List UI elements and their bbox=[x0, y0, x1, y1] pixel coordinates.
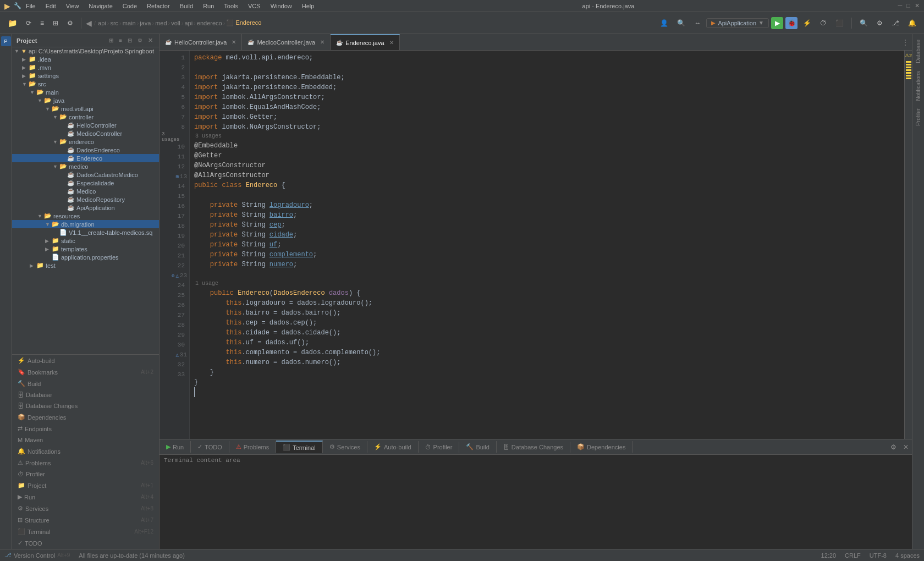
tool-bookmarks[interactable]: 🔖 Bookmarks Alt+2 bbox=[12, 366, 159, 378]
menu-file[interactable]: File bbox=[21, 2, 40, 10]
warning-marker-5[interactable] bbox=[906, 72, 911, 74]
warning-marker-7[interactable] bbox=[906, 78, 911, 79]
menu-view[interactable]: View bbox=[62, 2, 84, 10]
tab-close-medico-ctrl[interactable]: ✕ bbox=[320, 39, 324, 45]
tool-database[interactable]: 🗄 Database bbox=[12, 389, 159, 400]
tree-medico[interactable]: ▶ ☕ Medico bbox=[12, 187, 159, 195]
tree-api-application[interactable]: ▶ ☕ ApiApplication bbox=[12, 204, 159, 212]
tab-endereco[interactable]: ☕ Endereco.java ✕ bbox=[331, 34, 399, 51]
menu-tools[interactable]: Tools bbox=[219, 2, 243, 10]
notifications-btn[interactable]: 🔔 bbox=[905, 17, 920, 29]
warning-marker-3[interactable] bbox=[906, 67, 911, 68]
tree-dados-endereco[interactable]: ▶ ☕ DadosEndereco bbox=[12, 146, 159, 154]
tree-mvn[interactable]: ▶ 📁 .mvn bbox=[12, 63, 159, 72]
tree-templates[interactable]: ▶ 📁 templates bbox=[12, 245, 159, 253]
bottom-tab-build[interactable]: 🔨 Build bbox=[459, 441, 496, 453]
tool-autobuild[interactable]: ⚡ Auto-build bbox=[12, 355, 159, 366]
tree-hello-controller[interactable]: ▶ ☕ HelloController bbox=[12, 121, 159, 129]
tree-endereco-folder[interactable]: ▼ 📂 endereco bbox=[12, 138, 159, 146]
stop-btn[interactable]: ⬛ bbox=[832, 17, 847, 29]
menu-edit[interactable]: Edit bbox=[41, 2, 61, 10]
bottom-tab-run[interactable]: ▶ Run bbox=[160, 441, 191, 453]
tab-close-hello[interactable]: ✕ bbox=[232, 39, 236, 45]
tree-root[interactable]: ▼ ▼ api C:\Users\matts\Desktop\Projeto S… bbox=[12, 47, 159, 55]
bottom-tab-problems[interactable]: ⚠ Problems bbox=[229, 441, 276, 453]
status-encoding[interactable]: UTF-8 bbox=[870, 552, 887, 559]
vcs-status[interactable]: ⎇ Version Control Alt+9 bbox=[4, 552, 70, 559]
tree-med-voll-api[interactable]: ▼ 📂 med.voll.api bbox=[12, 105, 159, 113]
warning-marker-6[interactable] bbox=[906, 75, 911, 76]
menu-code[interactable]: Code bbox=[118, 2, 141, 10]
tree-app-properties[interactable]: ▶ 📄 application.properties bbox=[12, 253, 159, 261]
tree-static[interactable]: ▶ 📁 static bbox=[12, 237, 159, 245]
tool-maven[interactable]: M Maven bbox=[12, 435, 159, 446]
search-btn[interactable]: 🔍 bbox=[674, 17, 689, 29]
tab-medico-controller[interactable]: ☕ MedicoController.java ✕ bbox=[242, 34, 331, 51]
menu-window[interactable]: Window bbox=[266, 2, 296, 10]
toolbar-settings-btn[interactable]: ⚙ bbox=[64, 17, 76, 29]
tree-main[interactable]: ▼ 📂 main bbox=[12, 88, 159, 96]
tree-java[interactable]: ▼ 📂 java bbox=[12, 96, 159, 105]
code-content[interactable]: package med.voll.api.endereco; import ja… bbox=[190, 51, 904, 439]
breadcrumb-back[interactable]: ◀ bbox=[86, 19, 92, 28]
breadcrumb-api[interactable]: api bbox=[98, 20, 106, 26]
tool-structure[interactable]: ⊞ Structure Alt+7 bbox=[12, 514, 159, 526]
tree-v1-sql[interactable]: ▶ 📄 V1.1__create-table-medicos.sq bbox=[12, 228, 159, 237]
warning-marker-1[interactable] bbox=[906, 61, 911, 63]
bottom-tab-dependencies[interactable]: 📦 Dependencies bbox=[570, 441, 632, 453]
close-btn[interactable]: ✕ bbox=[915, 2, 920, 9]
tab-menu-btn[interactable]: ⋮ bbox=[899, 38, 912, 46]
tool-endpoints[interactable]: ⇄ Endpoints bbox=[12, 423, 159, 435]
run-btn[interactable]: ▶ bbox=[771, 17, 783, 29]
breadcrumb-src[interactable]: src bbox=[110, 20, 118, 26]
status-indent[interactable]: 4 spaces bbox=[895, 552, 920, 559]
tool-terminal[interactable]: ⬛ Terminal Alt+F12 bbox=[12, 526, 159, 537]
tool-profiler[interactable]: ⏱ Profiler bbox=[12, 469, 159, 480]
tree-dados-cadastro[interactable]: ▶ ☕ DadosCadastroMedico bbox=[12, 170, 159, 179]
breadcrumb-api2[interactable]: api bbox=[184, 20, 193, 26]
tree-db-migration[interactable]: ▼ 📂 db.migration bbox=[12, 220, 159, 228]
menu-vcs[interactable]: VCS bbox=[244, 2, 265, 10]
toolbar-sync-btn[interactable]: ⟳ bbox=[23, 17, 35, 29]
profile-btn[interactable]: 👤 bbox=[657, 17, 672, 29]
menu-help[interactable]: Help bbox=[298, 2, 319, 10]
maximize-btn[interactable]: □ bbox=[906, 2, 910, 9]
tree-controller[interactable]: ▼ 📂 controller bbox=[12, 113, 159, 121]
tree-especialidade[interactable]: ▶ ☕ Especialidade bbox=[12, 179, 159, 187]
menu-navigate[interactable]: Navigate bbox=[84, 2, 117, 10]
toolbar-filter-btn[interactable]: ⊞ bbox=[50, 17, 62, 29]
coverage-btn[interactable]: ⚡ bbox=[800, 17, 815, 29]
breadcrumb-endereco[interactable]: endereco bbox=[197, 20, 222, 26]
tool-run[interactable]: ▶ Run Alt+4 bbox=[12, 491, 159, 503]
minimize-btn[interactable]: ─ bbox=[898, 2, 903, 9]
project-icon[interactable]: P bbox=[1, 36, 11, 46]
status-line-col[interactable]: 12:20 bbox=[821, 552, 837, 559]
tree-endereco[interactable]: ▶ ☕ Endereco bbox=[12, 154, 159, 162]
tool-notifications[interactable]: 🔔 Notifications bbox=[12, 446, 159, 457]
breadcrumb-class[interactable]: ⬛ Endereco bbox=[226, 19, 261, 26]
bottom-content[interactable]: Terminal content area bbox=[160, 455, 912, 549]
tree-resources[interactable]: ▼ 📂 resources bbox=[12, 212, 159, 220]
tree-medico-repo[interactable]: ▶ ☕ MedicoRepository bbox=[12, 195, 159, 204]
tree-medico-folder[interactable]: ▼ 📂 medico bbox=[12, 162, 159, 170]
project-view-btn[interactable]: 📁 bbox=[4, 16, 20, 30]
right-strip-notifications[interactable]: Notifications bbox=[914, 68, 922, 104]
tool-services[interactable]: ⚙ Services Alt+8 bbox=[12, 503, 159, 514]
panel-filter-btn[interactable]: ⊟ bbox=[126, 36, 134, 45]
tool-build[interactable]: 🔨 Build bbox=[12, 378, 159, 389]
panel-collapse-btn[interactable]: ≡ bbox=[117, 36, 124, 45]
panel-close-btn[interactable]: ✕ bbox=[146, 36, 155, 45]
menu-build[interactable]: Build bbox=[175, 2, 197, 10]
settings-btn[interactable]: ⚙ bbox=[873, 17, 886, 29]
tool-problems[interactable]: ⚠ Problems Alt+6 bbox=[12, 457, 159, 469]
tool-dependencies[interactable]: 📦 Dependencies bbox=[12, 411, 159, 423]
status-crlf[interactable]: CRLF bbox=[845, 552, 861, 559]
breadcrumb-voll[interactable]: voll bbox=[171, 20, 180, 26]
run-config-dropdown[interactable]: ▶ ApiApplication ▼ bbox=[706, 18, 769, 28]
bottom-tab-todo[interactable]: ✓ TODO bbox=[191, 441, 229, 453]
warning-marker-2[interactable] bbox=[906, 64, 911, 65]
bottom-tab-terminal[interactable]: ⬛ Terminal bbox=[276, 441, 323, 453]
tool-db-changes[interactable]: 🗄 Database Changes bbox=[12, 400, 159, 411]
find-btn[interactable]: 🔍 bbox=[856, 17, 871, 29]
debug-btn[interactable]: 🐞 bbox=[785, 17, 798, 29]
